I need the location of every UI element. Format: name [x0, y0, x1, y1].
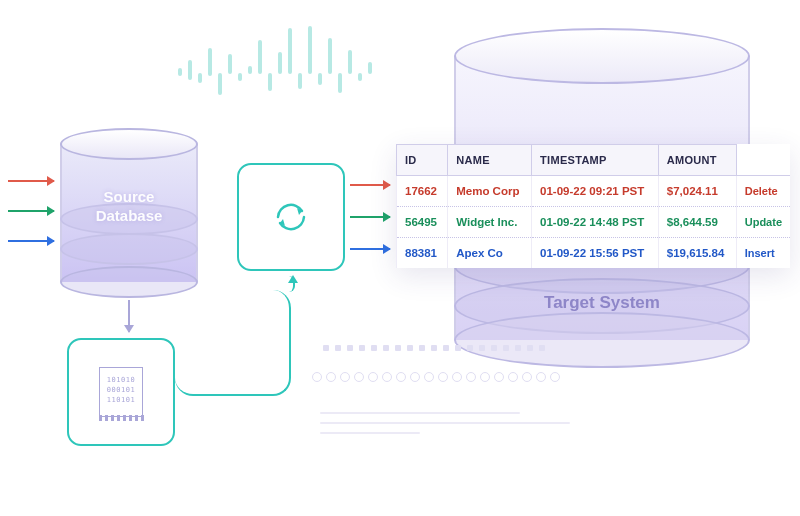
target-system-label: Target System: [454, 293, 750, 313]
table-row: 56495Widget Inc.01-09-22 14:48 PST$8,644…: [397, 207, 791, 238]
pipe-binlog-to-processor-arrowhead: [283, 276, 295, 292]
decoration-square-dots: [320, 340, 580, 358]
cell-action: Delete: [736, 176, 790, 207]
cell-action: Update: [736, 207, 790, 238]
cell-amount: $19,615.84: [658, 238, 736, 269]
diagram-canvas: SourceDatabase 101010 000101 110101: [0, 0, 800, 516]
pipe-binlog-to-processor: [175, 290, 291, 396]
decoration-lines: [320, 412, 580, 442]
col-ts: TIMESTAMP: [532, 145, 659, 176]
decoration-circle-dots: [310, 370, 610, 388]
cell-name: Memo Corp: [448, 176, 532, 207]
input-arrow-insert: [8, 240, 54, 242]
waveform-decoration: [178, 18, 398, 118]
col-amount: AMOUNT: [658, 145, 736, 176]
cell-ts: 01-09-22 09:21 PST: [532, 176, 659, 207]
input-arrow-update: [8, 210, 54, 212]
cdc-data-table: ID NAME TIMESTAMP AMOUNT 17662Memo Corp0…: [396, 144, 790, 268]
input-arrow-delete: [8, 180, 54, 182]
source-database-cylinder: SourceDatabase: [60, 128, 198, 298]
cell-id: 56495: [397, 207, 448, 238]
col-id: ID: [397, 145, 448, 176]
output-arrow-delete: [350, 184, 390, 186]
binary-log-box: 101010 000101 110101: [67, 338, 175, 446]
cell-id: 17662: [397, 176, 448, 207]
sync-processor-box: [237, 163, 345, 271]
arrow-source-to-binlog: [128, 300, 130, 332]
cell-name: Apex Co: [448, 238, 532, 269]
col-name: NAME: [448, 145, 532, 176]
cell-ts: 01-09-22 15:56 PST: [532, 238, 659, 269]
cell-amount: $8,644.59: [658, 207, 736, 238]
binary-log-icon: 101010 000101 110101: [99, 367, 143, 417]
cell-amount: $7,024.11: [658, 176, 736, 207]
cell-name: Widget Inc.: [448, 207, 532, 238]
cell-id: 88381: [397, 238, 448, 269]
source-database-label: SourceDatabase: [60, 188, 198, 226]
table-header-row: ID NAME TIMESTAMP AMOUNT: [397, 145, 791, 176]
table-row: 88381Apex Co01-09-22 15:56 PST$19,615.84…: [397, 238, 791, 269]
output-arrow-insert: [350, 248, 390, 250]
cell-ts: 01-09-22 14:48 PST: [532, 207, 659, 238]
sync-icon: [266, 192, 316, 242]
output-arrow-update: [350, 216, 390, 218]
cell-action: Insert: [736, 238, 790, 269]
table-row: 17662Memo Corp01-09-22 09:21 PST$7,024.1…: [397, 176, 791, 207]
